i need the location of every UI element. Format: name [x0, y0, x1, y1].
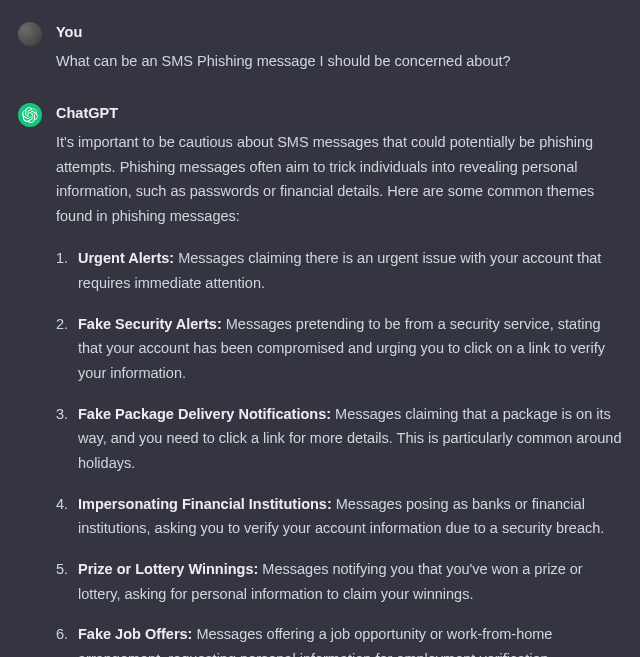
point-title: Prize or Lottery Winnings:: [78, 561, 258, 577]
user-message-text: What can be an SMS Phishing message I sh…: [56, 49, 622, 74]
user-message-body: You What can be an SMS Phishing message …: [56, 20, 622, 73]
assistant-author-label: ChatGPT: [56, 101, 622, 126]
assistant-message: ChatGPT It's important to be cautious ab…: [18, 101, 622, 657]
list-item: Fake Security Alerts: Messages pretendin…: [56, 312, 622, 386]
point-title: Fake Job Offers:: [78, 626, 192, 642]
list-item: Fake Package Delivery Notifications: Mes…: [56, 402, 622, 476]
assistant-intro-text: It's important to be cautious about SMS …: [56, 130, 622, 229]
assistant-avatar: [18, 103, 42, 127]
user-avatar: [18, 22, 42, 46]
assistant-message-body: ChatGPT It's important to be cautious ab…: [56, 101, 622, 657]
list-item: Prize or Lottery Winnings: Messages noti…: [56, 557, 622, 606]
point-title: Urgent Alerts:: [78, 250, 174, 266]
point-title: Impersonating Financial Institutions:: [78, 496, 332, 512]
assistant-points-list: Urgent Alerts: Messages claiming there i…: [56, 246, 622, 657]
list-item: Urgent Alerts: Messages claiming there i…: [56, 246, 622, 295]
openai-icon: [22, 107, 38, 123]
user-message: You What can be an SMS Phishing message …: [18, 20, 622, 73]
list-item: Fake Job Offers: Messages offering a job…: [56, 622, 622, 657]
user-author-label: You: [56, 20, 622, 45]
point-title: Fake Package Delivery Notifications:: [78, 406, 331, 422]
list-item: Impersonating Financial Institutions: Me…: [56, 492, 622, 541]
point-title: Fake Security Alerts:: [78, 316, 222, 332]
